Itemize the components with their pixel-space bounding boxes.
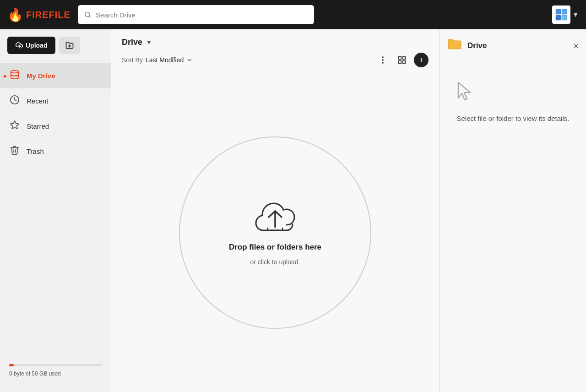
sidebar-item-my-drive[interactable]: ► My Drive	[0, 63, 111, 88]
star-icon	[9, 120, 20, 132]
flame-icon: 🔥	[7, 7, 23, 22]
storage-section: 0 byte of 50 GB used	[0, 357, 111, 385]
chevron-down-icon: ▼	[572, 11, 579, 18]
storage-text: 0 byte of 50 GB used	[9, 370, 61, 377]
panel-title: Drive	[467, 41, 568, 50]
upload-button[interactable]: Upload	[7, 37, 55, 54]
storage-bar-fill	[9, 364, 14, 366]
svg-rect-3	[562, 9, 567, 14]
search-input[interactable]	[96, 11, 308, 19]
sidebar-item-recent[interactable]: Recent	[0, 88, 111, 114]
drive-title: Drive	[122, 38, 142, 47]
drive-icon	[9, 70, 20, 82]
main-drive-header: Drive ▼	[111, 29, 440, 47]
nav-arrow-icon: ►	[3, 73, 8, 79]
sort-value: Last Modified	[146, 56, 184, 64]
svg-rect-17	[399, 61, 402, 64]
more-options-button[interactable]	[375, 53, 390, 67]
right-panel: Drive × Select file or folder to view it…	[440, 29, 586, 392]
more-options-icon	[378, 55, 387, 65]
logo[interactable]: 🔥 FIREFILE	[7, 7, 71, 22]
sidebar-item-trash-label: Trash	[27, 147, 44, 155]
search-bar[interactable]	[78, 5, 314, 24]
svg-rect-16	[403, 57, 406, 60]
user-menu[interactable]: ▼	[552, 5, 579, 24]
panel-select-text: Select file or folder to view its detail…	[457, 114, 570, 124]
right-panel-header: Drive ×	[440, 29, 586, 62]
panel-folder-icon	[447, 38, 462, 54]
sidebar-item-starred-label: Starred	[27, 122, 49, 130]
clock-icon	[9, 95, 20, 107]
svg-rect-18	[403, 61, 406, 64]
svg-rect-2	[556, 9, 561, 14]
svg-rect-15	[399, 57, 402, 60]
trash-icon	[9, 145, 20, 158]
sidebar-nav: ► My Drive Recent	[0, 63, 111, 164]
drop-zone-area[interactable]: Drop files or folders here or click to u…	[111, 73, 440, 392]
new-folder-button[interactable]	[59, 37, 80, 54]
storage-bar-background	[9, 364, 102, 366]
sidebar-action-buttons: Upload	[0, 37, 111, 63]
info-icon: i	[420, 56, 422, 64]
new-folder-icon	[65, 41, 74, 49]
svg-rect-4	[556, 15, 561, 20]
drop-zone-sub-text: or click to upload.	[250, 258, 300, 266]
sort-chevron-icon	[186, 57, 193, 63]
sidebar: Upload ► My Drive	[0, 29, 111, 392]
sort-by-button[interactable]: Sort By Last Modified	[122, 56, 193, 64]
app-body: Upload ► My Drive	[0, 29, 586, 392]
drive-dropdown-icon[interactable]: ▼	[146, 39, 152, 46]
grid-icon	[397, 55, 407, 65]
main-content: Drive ▼ Sort By Last Modified	[111, 29, 440, 392]
svg-point-14	[382, 62, 383, 63]
svg-line-1	[89, 16, 90, 17]
drop-zone[interactable]: Drop files or folders here or click to u…	[179, 136, 371, 329]
grid-view-button[interactable]	[395, 53, 409, 67]
sort-label: Sort By	[122, 56, 143, 64]
user-avatar	[552, 5, 570, 24]
sidebar-item-trash[interactable]: Trash	[0, 139, 111, 164]
search-icon	[84, 11, 91, 18]
svg-point-9	[11, 71, 19, 73]
svg-marker-11	[11, 121, 19, 129]
sidebar-item-recent-label: Recent	[27, 97, 49, 105]
app-header: 🔥 FIREFILE ▼	[0, 0, 586, 29]
upload-icon	[16, 42, 23, 49]
svg-rect-5	[562, 15, 567, 20]
info-button[interactable]: i	[414, 53, 429, 67]
sidebar-item-my-drive-label: My Drive	[27, 72, 55, 80]
svg-point-12	[382, 57, 383, 58]
cursor-icon	[456, 81, 474, 103]
upload-cloud-icon	[252, 200, 298, 236]
panel-close-button[interactable]: ×	[573, 41, 579, 50]
svg-point-13	[382, 60, 383, 60]
drop-zone-main-text: Drop files or folders here	[229, 243, 321, 252]
sidebar-item-starred[interactable]: Starred	[0, 114, 111, 139]
toolbar: Sort By Last Modified i	[111, 47, 440, 73]
logo-text: FIREFILE	[26, 10, 71, 20]
panel-body: Select file or folder to view its detail…	[440, 62, 586, 392]
